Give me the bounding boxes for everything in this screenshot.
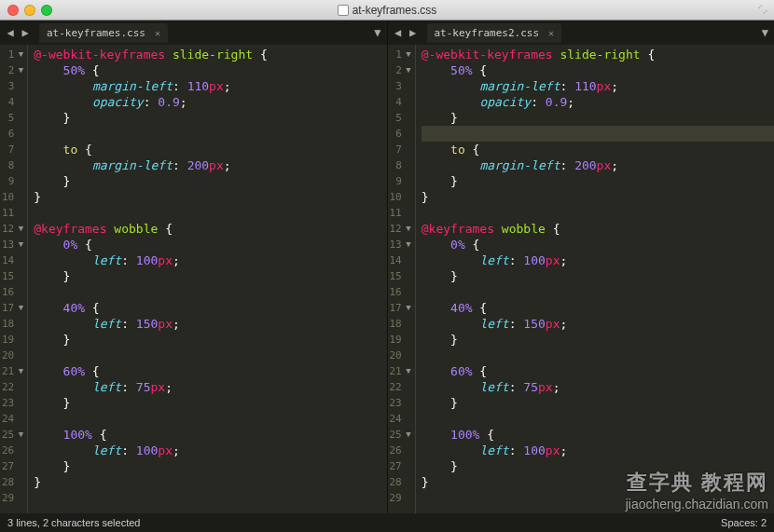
fold-icon[interactable]: ▼ xyxy=(16,427,23,443)
window-titlebar: at-keyframes.css xyxy=(0,0,774,20)
line-number: 5 xyxy=(395,110,402,126)
code-line xyxy=(34,126,386,142)
status-spaces[interactable]: Spaces: 2 xyxy=(721,517,767,528)
editor-pane: ◀▶at-keyframes.css✕▼1▼2▼3456789101112▼13… xyxy=(0,20,388,513)
file-icon xyxy=(338,5,349,16)
line-number: 21 xyxy=(390,363,402,379)
code-editor[interactable]: 1▼2▼3456789101112▼13▼14151617▼18192021▼2… xyxy=(0,45,387,513)
code-line: } xyxy=(34,110,386,126)
code-editor[interactable]: 1▼2▼3456789101112▼13▼14151617▼18192021▼2… xyxy=(388,45,775,513)
line-number: 21 xyxy=(2,363,14,379)
code-line xyxy=(34,284,386,300)
code-line: left: 75px; xyxy=(34,379,386,395)
line-number: 12 xyxy=(2,221,14,237)
fold-icon[interactable]: ▼ xyxy=(404,300,411,316)
tab-bar: ◀▶at-keyframes2.css✕▼ xyxy=(388,20,775,45)
nav-forward-icon[interactable]: ▶ xyxy=(407,26,420,39)
status-selection: 3 lines, 2 characters selected xyxy=(7,517,140,528)
tab-close-icon[interactable]: ✕ xyxy=(548,28,554,38)
tab-bar: ◀▶at-keyframes.css✕▼ xyxy=(0,20,387,45)
tab-close-icon[interactable]: ✕ xyxy=(155,28,160,38)
nav-back-icon[interactable]: ◀ xyxy=(4,26,17,39)
fold-icon[interactable]: ▼ xyxy=(404,221,411,237)
line-number: 15 xyxy=(390,268,402,284)
fold-icon[interactable]: ▼ xyxy=(404,47,411,62)
line-number: 24 xyxy=(2,411,14,427)
line-number: 20 xyxy=(390,348,402,363)
code-line xyxy=(422,126,774,142)
code-line: } xyxy=(34,458,386,474)
code-line: } xyxy=(34,173,386,189)
code-line: } xyxy=(34,268,386,284)
code-line: left: 100px; xyxy=(422,252,774,268)
fold-icon[interactable]: ▼ xyxy=(404,237,411,252)
close-window-button[interactable] xyxy=(7,5,19,16)
code-line xyxy=(34,348,386,363)
line-number: 29 xyxy=(2,490,14,506)
line-number: 16 xyxy=(2,284,14,300)
line-number: 3 xyxy=(8,78,15,94)
fold-icon[interactable]: ▼ xyxy=(404,62,411,78)
code-line: 50% { xyxy=(422,62,774,78)
line-number: 26 xyxy=(390,443,402,458)
line-gutter[interactable]: 1▼2▼3456789101112▼13▼14151617▼18192021▼2… xyxy=(388,45,416,513)
code-area[interactable]: @-webkit-keyframes slide-right { 50% { m… xyxy=(28,45,386,513)
line-number: 8 xyxy=(395,157,402,173)
line-number: 19 xyxy=(390,332,402,348)
line-number: 10 xyxy=(2,189,14,205)
line-number: 9 xyxy=(395,173,402,189)
fold-icon[interactable]: ▼ xyxy=(16,300,23,316)
code-line: } xyxy=(34,474,386,490)
line-number: 22 xyxy=(2,379,14,395)
code-line: 100% { xyxy=(422,427,774,443)
line-number: 13 xyxy=(2,237,14,252)
nav-back-icon[interactable]: ◀ xyxy=(392,26,405,39)
nav-forward-icon[interactable]: ▶ xyxy=(19,26,32,39)
line-number: 2 xyxy=(8,62,15,78)
fold-icon[interactable]: ▼ xyxy=(16,62,23,78)
code-line: margin-left: 110px; xyxy=(34,78,386,94)
fold-icon[interactable]: ▼ xyxy=(16,47,23,62)
code-area[interactable]: @-webkit-keyframes slide-right { 50% { m… xyxy=(416,45,774,513)
line-gutter[interactable]: 1▼2▼3456789101112▼13▼14151617▼18192021▼2… xyxy=(0,45,28,513)
tab-label: at-keyframes2.css xyxy=(435,27,540,39)
traffic-lights xyxy=(0,5,52,16)
fold-icon[interactable]: ▼ xyxy=(16,363,23,379)
window-title-text: at-keyframes.css xyxy=(352,4,437,17)
line-number: 12 xyxy=(390,221,402,237)
code-line: } xyxy=(422,458,774,474)
code-line: 50% { xyxy=(34,62,386,78)
code-line: left: 100px; xyxy=(34,443,386,458)
code-line: 40% { xyxy=(34,300,386,316)
file-tab[interactable]: at-keyframes2.css✕ xyxy=(427,23,562,43)
fullscreen-icon[interactable] xyxy=(757,4,768,15)
code-line: @-webkit-keyframes slide-right { xyxy=(422,47,774,62)
fold-icon[interactable]: ▼ xyxy=(16,237,23,252)
line-number: 26 xyxy=(2,443,14,458)
code-line: } xyxy=(422,395,774,411)
minimize-window-button[interactable] xyxy=(24,5,35,16)
tab-dropdown-icon[interactable]: ▼ xyxy=(374,26,380,39)
fold-icon[interactable]: ▼ xyxy=(404,427,411,443)
code-line: 100% { xyxy=(34,427,386,443)
file-tab[interactable]: at-keyframes.css✕ xyxy=(39,23,168,43)
zoom-window-button[interactable] xyxy=(41,5,52,16)
line-number: 23 xyxy=(2,395,14,411)
line-number: 6 xyxy=(8,126,15,142)
code-line: margin-left: 200px; xyxy=(422,157,774,173)
fold-icon[interactable]: ▼ xyxy=(404,363,411,379)
code-line: } xyxy=(422,332,774,348)
line-number: 14 xyxy=(390,252,402,268)
line-number: 4 xyxy=(395,94,402,110)
editor-panes: ◀▶at-keyframes.css✕▼1▼2▼3456789101112▼13… xyxy=(0,20,774,513)
fold-icon[interactable]: ▼ xyxy=(16,221,23,237)
code-line: } xyxy=(422,189,774,205)
tab-dropdown-icon[interactable]: ▼ xyxy=(762,26,768,39)
line-number: 18 xyxy=(390,316,402,332)
line-number: 28 xyxy=(390,474,402,490)
code-line: @keyframes wobble { xyxy=(422,221,774,237)
line-number: 28 xyxy=(2,474,14,490)
line-number: 6 xyxy=(395,126,402,142)
code-line xyxy=(422,348,774,363)
line-number: 1 xyxy=(8,47,15,62)
